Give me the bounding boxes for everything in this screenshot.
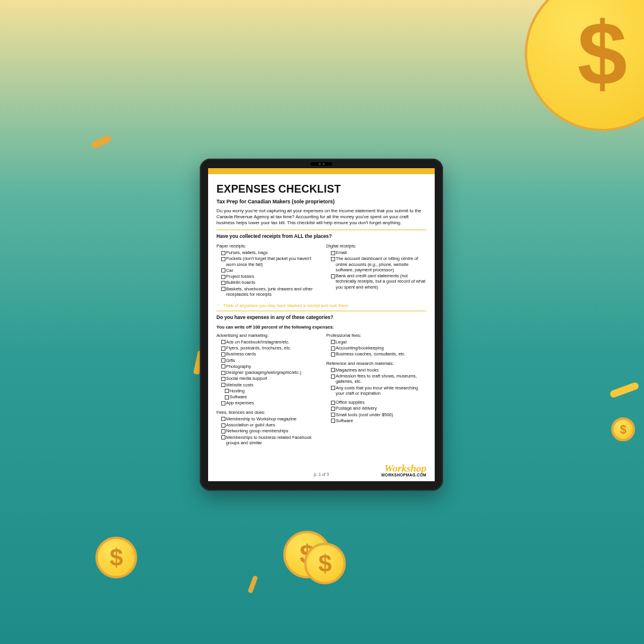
list-item: Membership to Workshop magazine <box>221 416 317 422</box>
document-screen: EXPENSES CHECKLIST Tax Prep for Canadian… <box>208 168 435 481</box>
brand-url: WORKSHOPMAG.COM <box>357 473 426 478</box>
section1-question: Have you collected receipts from ALL the… <box>216 234 426 240</box>
list-item: Networking group memberships <box>221 428 317 434</box>
tablet-camera-icon <box>311 162 332 166</box>
document-title: EXPENSES CHECKLIST <box>216 182 426 196</box>
section2-note: You can write off 100 percent of the fol… <box>216 324 426 330</box>
list-item: Email <box>331 250 426 255</box>
list-item: Business coaches, consultants, etc. <box>331 351 426 357</box>
coin-edge-decoration <box>247 575 258 594</box>
digital-receipts-heading: Digital receipts: <box>326 243 426 249</box>
list-item: Baskets, shoeboxes, junk drawers and oth… <box>221 286 317 298</box>
list-item: Office supplies <box>331 400 426 405</box>
list-item: Photography <box>221 364 317 369</box>
misc-list: Office supplies Postage and delivery Sma… <box>326 400 426 423</box>
coin-edge-decoration <box>90 134 113 150</box>
list-item: Accounting/bookkeeping <box>331 345 426 351</box>
tip-note: Think of anywhere you may have stashed a… <box>216 302 426 308</box>
divider <box>216 230 426 230</box>
coin-edge-decoration <box>609 382 639 398</box>
list-item: Memberships to business-related Facebook… <box>221 435 317 446</box>
list-item: App expenses <box>221 400 317 405</box>
brand-logo: Workshop <box>357 464 426 473</box>
digital-receipts-list: Email The account dashboard or billing c… <box>326 250 426 290</box>
paper-receipts-heading: Paper receipts: <box>216 243 317 249</box>
list-item: Purses, wallets, bags <box>221 250 317 255</box>
list-item: Legal <box>331 339 426 345</box>
list-item: Business cards <box>221 351 317 357</box>
reference-list: Magazines and books Admission fees to cr… <box>326 367 426 396</box>
list-item: Pockets (don't forget that jacket you ha… <box>221 256 317 267</box>
fees-heading: Fees, licences and dues: <box>216 410 317 415</box>
list-item: Bulletin boards <box>221 280 317 285</box>
list-item: Any costs that you incur while researchi… <box>331 385 426 397</box>
list-item: Software <box>225 394 317 400</box>
list-item: Car <box>221 268 317 273</box>
advertising-heading: Advertising and marketing: <box>216 333 317 338</box>
list-item: Gifts <box>221 358 317 363</box>
professional-fees-list: Legal Accounting/bookkeeping Business co… <box>326 339 426 357</box>
tablet-device: EXPENSES CHECKLIST Tax Prep for Canadian… <box>200 159 443 491</box>
list-item: Admission fees to craft shows, museums, … <box>331 373 426 385</box>
list-item: Magazines and books <box>331 367 426 373</box>
advertising-list-2: App expenses <box>216 400 317 405</box>
coin-decoration: $ <box>95 537 137 578</box>
list-item: Flyers, postcards, brochures, etc. <box>221 345 317 351</box>
list-item: The account dashboard or billing centre … <box>331 256 426 273</box>
list-item: Bank and credit card statements (not tec… <box>331 273 426 290</box>
professional-fees-heading: Professional fees: <box>326 333 426 338</box>
document-subtitle: Tax Prep for Canadian Makers (sole propr… <box>216 199 426 205</box>
list-item: Designer (packaging/web/graphic/etc.) <box>221 370 317 375</box>
coin-decoration: $ <box>611 417 635 441</box>
section2-question: Do you have expenses in any of these cat… <box>216 315 426 321</box>
list-item: Project folders <box>221 274 317 279</box>
list-item: Association or guild dues <box>221 422 317 428</box>
website-sublist: Hosting Software <box>216 388 317 400</box>
document-intro: Do you worry you're not capturing all yo… <box>216 208 426 225</box>
list-item: Postage and delivery <box>331 405 426 411</box>
document-top-accent <box>208 168 435 174</box>
divider <box>216 311 426 311</box>
fees-list: Membership to Workshop magazine Associat… <box>216 416 317 445</box>
coin-decoration-large: $ <box>525 0 644 131</box>
list-item: Ads on Facebook/Instagram/etc. <box>221 339 317 345</box>
list-item: Hosting <box>225 388 317 394</box>
list-item: Software <box>331 418 426 423</box>
list-item: Social media support <box>221 376 317 381</box>
page-number: p. 1 of 3 <box>286 472 356 478</box>
coin-decoration: $ <box>304 543 346 584</box>
list-item: Website costs <box>221 382 317 388</box>
advertising-list: Ads on Facebook/Instagram/etc. Flyers, p… <box>216 339 317 388</box>
list-item: Small tools (cost under $500) <box>331 412 426 417</box>
reference-heading: Reference and research materials: <box>326 361 426 366</box>
paper-receipts-list: Purses, wallets, bags Pockets (don't for… <box>216 250 317 297</box>
